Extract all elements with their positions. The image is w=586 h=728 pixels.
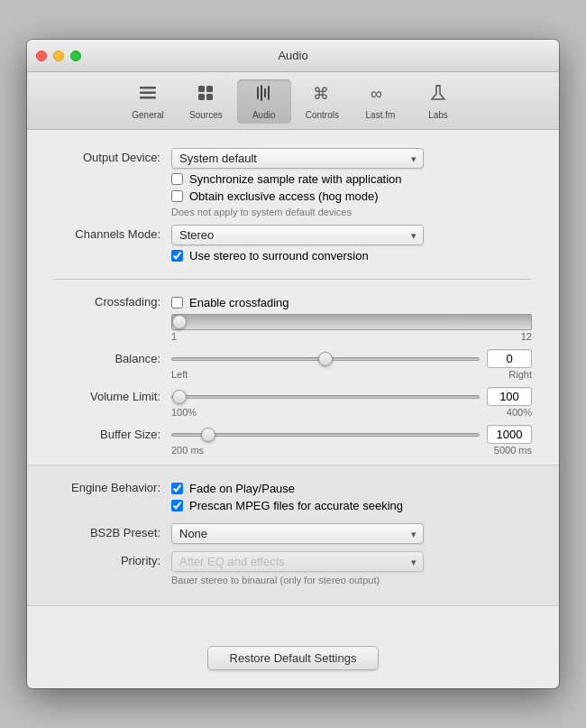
volume-limit-row: Volume Limit: 100% 400% xyxy=(54,387,532,418)
titlebar: Audio xyxy=(27,40,559,72)
output-device-controls: System default Built-in Output Headphone… xyxy=(171,148,532,217)
tab-labs[interactable]: Labs xyxy=(411,79,465,124)
bs2b-preset-controls: None Default Chu Moy Jan Meier xyxy=(171,523,532,544)
enable-crossfading-checkbox[interactable] xyxy=(171,297,183,309)
tab-sources[interactable]: Sources xyxy=(179,79,233,124)
tab-audio[interactable]: Audio xyxy=(237,79,291,124)
channels-mode-row: Channels Mode: Stereo Mono Multi-channel… xyxy=(54,225,532,266)
restore-defaults-button[interactable]: Restore Default Settings xyxy=(207,646,380,670)
crossfading-max-label: 12 xyxy=(521,331,532,342)
maximize-button[interactable] xyxy=(70,51,81,61)
volume-limit-label: Volume Limit: xyxy=(54,387,171,403)
channels-mode-label: Channels Mode: xyxy=(54,225,171,241)
sync-sample-rate-label: Synchronize sample rate with application xyxy=(189,172,402,186)
volume-limit-slider[interactable] xyxy=(171,395,480,399)
output-device-label: Output Device: xyxy=(54,148,171,164)
content-area: Output Device: System default Built-in O… xyxy=(27,130,559,633)
fade-play-pause-label: Fade on Play/Pause xyxy=(189,482,295,495)
bs2b-preset-select[interactable]: None Default Chu Moy Jan Meier xyxy=(171,523,424,544)
crossfading-slider-labels: 1 12 xyxy=(171,331,532,342)
channels-mode-select[interactable]: Stereo Mono Multi-channel xyxy=(171,225,424,245)
sync-sample-rate-checkbox[interactable] xyxy=(171,173,183,185)
engine-behavior-row: Engine Behavior: Fade on Play/Pause Pres… xyxy=(54,478,532,516)
fade-play-pause-row: Fade on Play/Pause xyxy=(171,482,532,495)
prescan-mpeg-checkbox[interactable] xyxy=(171,500,183,511)
crossfading-controls: Enable crossfading 1 12 xyxy=(171,292,532,342)
stereo-surround-label: Use stereo to surround conversion xyxy=(189,249,369,263)
priority-select[interactable]: After EQ and effects xyxy=(171,551,424,572)
svg-rect-4 xyxy=(206,86,213,92)
volume-limit-controls: 100% 400% xyxy=(171,387,532,418)
fade-play-pause-checkbox[interactable] xyxy=(171,483,183,494)
tab-general[interactable]: General xyxy=(121,79,175,124)
general-icon xyxy=(138,83,158,108)
tab-controls[interactable]: ⌘ Controls xyxy=(295,79,350,124)
crossfading-slider[interactable] xyxy=(171,314,532,330)
output-device-select-wrapper: System default Built-in Output Headphone… xyxy=(171,148,424,169)
buffer-size-slider[interactable] xyxy=(171,433,480,437)
tab-lastfm[interactable]: ∞ Last.fm xyxy=(353,79,407,124)
priority-help-text: Bauer stereo to binaural (only for stere… xyxy=(171,575,532,585)
balance-value[interactable] xyxy=(487,349,532,368)
balance-slider-row xyxy=(171,349,532,368)
bs2b-preset-label: BS2B Preset: xyxy=(54,523,171,539)
balance-slider-labels: Left Right xyxy=(171,369,532,380)
stereo-surround-row: Use stereo to surround conversion xyxy=(171,249,532,263)
balance-row: Balance: Left Right xyxy=(54,349,532,380)
tab-sources-label: Sources xyxy=(189,110,223,120)
balance-label: Balance: xyxy=(54,349,171,365)
buffer-size-label: Buffer Size: xyxy=(54,425,171,441)
balance-slider[interactable] xyxy=(171,357,480,361)
exclusive-access-row: Obtain exclusive access (hog mode) xyxy=(171,189,532,203)
stereo-surround-checkbox[interactable] xyxy=(171,250,183,262)
exclusive-access-checkbox[interactable] xyxy=(171,190,183,202)
controls-icon: ⌘ xyxy=(312,83,332,108)
prescan-mpeg-row: Prescan MPEG files for accurate seeking xyxy=(171,499,532,512)
channels-mode-controls: Stereo Mono Multi-channel Use stereo to … xyxy=(171,225,532,266)
footer: Restore Default Settings xyxy=(27,633,559,688)
prescan-mpeg-label: Prescan MPEG files for accurate seeking xyxy=(189,499,403,512)
output-device-row: Output Device: System default Built-in O… xyxy=(54,148,532,217)
labs-icon xyxy=(428,83,448,108)
sync-sample-rate-row: Synchronize sample rate with application xyxy=(171,172,532,186)
buffer-size-slider-row xyxy=(171,425,532,444)
main-window: Audio General Sources xyxy=(27,40,559,688)
volume-limit-value[interactable] xyxy=(487,387,532,406)
sources-icon xyxy=(196,83,215,108)
bs2b-preset-select-wrapper: None Default Chu Moy Jan Meier xyxy=(171,523,424,544)
channels-mode-select-wrapper: Stereo Mono Multi-channel xyxy=(171,225,424,245)
toolbar: General Sources xyxy=(27,72,559,130)
tab-audio-label: Audio xyxy=(252,110,276,120)
svg-text:∞: ∞ xyxy=(371,85,382,103)
crossfading-row: Crossfading: Enable crossfading 1 12 xyxy=(54,292,532,342)
tab-general-label: General xyxy=(132,110,164,120)
engine-behavior-label: Engine Behavior: xyxy=(54,478,171,494)
priority-select-wrapper: After EQ and effects xyxy=(171,551,424,572)
svg-rect-3 xyxy=(198,86,205,92)
buffer-size-max-label: 5000 ms xyxy=(494,445,532,456)
balance-right-label: Right xyxy=(508,369,532,380)
close-button[interactable] xyxy=(36,51,47,61)
volume-limit-max-label: 400% xyxy=(507,407,532,418)
exclusive-help-text: Does not apply to system default devices xyxy=(171,207,532,217)
buffer-size-controls: 200 ms 5000 ms xyxy=(171,425,532,456)
engine-behavior-controls: Fade on Play/Pause Prescan MPEG files fo… xyxy=(171,478,532,516)
volume-limit-slider-labels: 100% 400% xyxy=(171,407,532,418)
balance-left-label: Left xyxy=(171,369,188,380)
svg-rect-0 xyxy=(140,87,156,89)
bs2b-preset-row: BS2B Preset: None Default Chu Moy Jan Me… xyxy=(54,523,532,544)
volume-limit-min-label: 100% xyxy=(171,407,197,418)
buffer-size-slider-labels: 200 ms 5000 ms xyxy=(171,445,532,456)
buffer-size-value[interactable] xyxy=(487,425,532,444)
crossfading-label: Crossfading: xyxy=(54,292,171,309)
priority-row: Priority: After EQ and effects Bauer ste… xyxy=(54,551,532,585)
traffic-lights xyxy=(36,51,81,61)
buffer-size-min-label: 200 ms xyxy=(171,445,204,456)
enable-crossfading-label: Enable crossfading xyxy=(189,296,289,309)
minimize-button[interactable] xyxy=(53,51,64,61)
svg-rect-1 xyxy=(140,92,156,95)
output-device-select[interactable]: System default Built-in Output Headphone… xyxy=(171,148,424,169)
svg-rect-2 xyxy=(140,97,156,99)
priority-label: Priority: xyxy=(54,551,171,567)
lastfm-icon: ∞ xyxy=(371,83,390,108)
